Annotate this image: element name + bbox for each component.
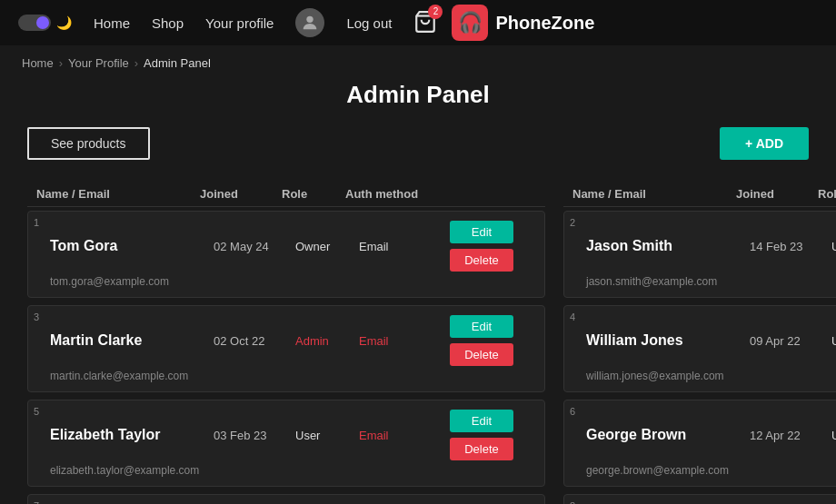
table-row: 4 William Jones 09 Apr 22 User Email Edi… [563,305,836,392]
dark-mode-toggle[interactable]: 🌙 [18,15,72,31]
breadcrumb-profile[interactable]: Your Profile [68,56,129,70]
user-joined: 09 Apr 22 [750,334,831,348]
row-number: 4 [570,311,575,322]
user-email: tom.gora@example.com [41,275,532,288]
table-row: 2 Jason Smith 14 Feb 23 User Email Edit … [563,211,836,298]
breadcrumb-sep-2: › [134,56,138,70]
user-name: Elizabeth Taylor [50,427,214,443]
table-row: 7 Emily Evans 27 Mar 24 User Email Edit … [27,494,545,504]
edit-button[interactable]: Edit [450,221,513,243]
cart-badge: 2 [428,5,443,19]
row-number: 8 [570,500,575,504]
logo: 🎧 PhoneZone [452,5,594,41]
col-auth-left: Auth method [345,187,436,201]
user-name: Martin Clarke [50,332,214,349]
card-actions: Edit Delete [450,410,532,460]
table-row: 6 George Brown 12 Apr 22 User Email Edit… [563,400,836,487]
row-number: 7 [34,500,39,504]
col-role-left: Role [282,187,345,201]
see-products-button[interactable]: See products [27,127,150,160]
col-name-email-left: Name / Email [36,187,200,201]
user-joined: 14 Feb 23 [750,240,831,253]
col-joined-right: Joined [736,187,818,201]
action-bar: See products + ADD [27,127,809,160]
left-user-list: 1 Tom Gora 02 May 24 Owner Email Edit De… [27,211,545,504]
tables-row: Name / Email Joined Role Auth method 1 T… [27,182,809,504]
user-role: Admin [295,334,359,348]
right-user-list: 2 Jason Smith 14 Feb 23 User Email Edit … [563,211,836,504]
left-table-header: Name / Email Joined Role Auth method [27,182,545,207]
user-role: User [295,429,359,442]
breadcrumb-home[interactable]: Home [22,56,54,70]
left-table: Name / Email Joined Role Auth method 1 T… [27,182,545,504]
nav-home[interactable]: Home [94,15,130,31]
page-title: Admin Panel [27,81,809,109]
user-joined: 02 Oct 22 [214,334,295,348]
user-joined: 12 Apr 22 [750,429,831,442]
avatar[interactable] [295,8,324,37]
user-email: elizabeth.taylor@example.com [41,464,532,477]
user-auth: Email [359,240,450,253]
svg-point-0 [307,16,314,23]
col-name-email-right: Name / Email [572,187,736,201]
user-role: Owner [295,240,359,253]
add-user-button[interactable]: + ADD [720,127,809,160]
delete-button[interactable]: Delete [450,343,513,366]
user-role: User [831,240,836,253]
card-actions: Edit Delete [450,221,532,272]
user-role: User [831,334,836,348]
moon-icon: 🌙 [56,15,72,30]
user-name: Jason Smith [586,238,750,254]
user-email: jason.smith@example.com [577,275,836,288]
user-auth: Email [359,334,450,348]
nav-shop[interactable]: Shop [152,15,184,31]
table-row: 1 Tom Gora 02 May 24 Owner Email Edit De… [27,211,545,298]
user-joined: 03 Feb 23 [214,429,295,442]
row-number: 2 [570,217,575,228]
right-table: Name / Email Joined Role Auth method 2 J… [563,182,836,504]
edit-button[interactable]: Edit [450,315,513,338]
user-email: george.brown@example.com [577,464,836,477]
row-number: 1 [34,217,39,228]
edit-button[interactable]: Edit [450,410,513,432]
row-number: 3 [34,311,39,322]
delete-button[interactable]: Delete [450,249,513,272]
user-email: william.jones@example.com [577,370,836,382]
user-email: martin.clarke@example.com [41,370,532,382]
row-number: 6 [570,406,575,417]
user-auth: Email [359,429,450,442]
user-name: Tom Gora [50,238,214,254]
table-row: 3 Martin Clarke 02 Oct 22 Admin Email Ed… [27,305,545,392]
logo-text: PhoneZone [495,13,594,34]
user-name: George Brown [586,427,750,443]
delete-button[interactable]: Delete [450,438,513,460]
breadcrumb: Home › Your Profile › Admin Panel [0,45,836,81]
user-joined: 02 May 24 [214,240,295,253]
col-joined-left: Joined [200,187,282,201]
right-table-header: Name / Email Joined Role Auth method [563,182,836,207]
card-actions: Edit Delete [450,315,532,366]
user-name: William Jones [586,332,750,349]
row-number: 5 [34,406,39,417]
navbar: 🌙 Home Shop Your profile Log out 2 🎧 [0,0,836,45]
col-role-right: Role [818,187,836,201]
main-content: Admin Panel See products + ADD Name / Em… [0,81,836,504]
breadcrumb-current: Admin Panel [144,56,211,70]
nav-profile[interactable]: Your profile [205,15,274,31]
breadcrumb-sep-1: › [59,56,63,70]
nav-logout[interactable]: Log out [346,15,392,31]
logo-icon: 🎧 [452,5,488,41]
table-row: 8 Oliver Hall 25 Sep 23 User Email Edit … [563,494,836,504]
cart-button[interactable]: 2 [413,10,437,36]
table-row: 5 Elizabeth Taylor 03 Feb 23 User Email … [27,400,545,487]
user-role: User [831,429,836,442]
